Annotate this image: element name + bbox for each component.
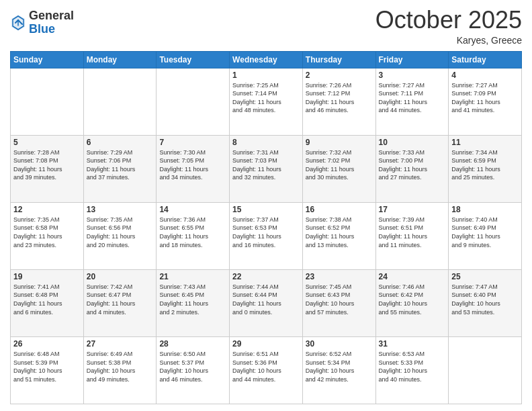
- day-number: 18: [451, 205, 519, 214]
- logo-text: General Blue: [29, 9, 74, 36]
- calendar-cell: 14Sunrise: 7:36 AM Sunset: 6:55 PM Dayli…: [157, 202, 230, 269]
- calendar-cell: 27Sunrise: 6:49 AM Sunset: 5:38 PM Dayli…: [83, 336, 157, 404]
- day-info: Sunrise: 7:27 AM Sunset: 7:11 PM Dayligh…: [379, 81, 446, 115]
- day-info: Sunrise: 7:27 AM Sunset: 7:09 PM Dayligh…: [451, 81, 519, 115]
- calendar-cell: [83, 68, 157, 135]
- calendar-cell: 20Sunrise: 7:42 AM Sunset: 6:47 PM Dayli…: [83, 269, 157, 336]
- day-number: 31: [379, 339, 446, 349]
- calendar-cell: 4Sunrise: 7:27 AM Sunset: 7:09 PM Daylig…: [449, 68, 522, 135]
- day-info: Sunrise: 6:51 AM Sunset: 5:36 PM Dayligh…: [232, 350, 300, 383]
- day-number: 29: [232, 339, 300, 349]
- day-number: 28: [159, 339, 226, 349]
- calendar-cell: 5Sunrise: 7:28 AM Sunset: 7:08 PM Daylig…: [11, 135, 84, 202]
- logo-icon: [10, 13, 26, 32]
- calendar-cell: 31Sunrise: 6:53 AM Sunset: 5:33 PM Dayli…: [375, 336, 449, 404]
- calendar-table: Sunday Monday Tuesday Wednesday Thursday…: [10, 51, 522, 404]
- day-number: 30: [306, 339, 373, 349]
- day-info: Sunrise: 7:32 AM Sunset: 7:02 PM Dayligh…: [306, 148, 373, 182]
- logo-blue: Blue: [29, 23, 74, 36]
- day-info: Sunrise: 7:38 AM Sunset: 6:52 PM Dayligh…: [306, 216, 373, 249]
- calendar-cell: 30Sunrise: 6:52 AM Sunset: 5:34 PM Dayli…: [302, 336, 375, 404]
- day-number: 2: [306, 71, 373, 80]
- calendar-cell: 9Sunrise: 7:32 AM Sunset: 7:02 PM Daylig…: [302, 135, 375, 202]
- day-info: Sunrise: 7:46 AM Sunset: 6:42 PM Dayligh…: [379, 283, 446, 316]
- day-number: 12: [13, 205, 81, 214]
- day-info: Sunrise: 7:44 AM Sunset: 6:44 PM Dayligh…: [232, 283, 300, 316]
- page: General Blue October 2025 Karyes, Greece…: [0, 0, 532, 411]
- calendar-week-4: 19Sunrise: 7:41 AM Sunset: 6:48 PM Dayli…: [11, 269, 522, 336]
- calendar-week-1: 1Sunrise: 7:25 AM Sunset: 7:14 PM Daylig…: [11, 68, 522, 135]
- col-saturday: Saturday: [449, 51, 522, 68]
- day-number: 15: [232, 205, 300, 214]
- logo: General Blue: [10, 9, 74, 36]
- day-info: Sunrise: 7:26 AM Sunset: 7:12 PM Dayligh…: [306, 81, 373, 115]
- calendar-cell: 22Sunrise: 7:44 AM Sunset: 6:44 PM Dayli…: [230, 269, 303, 336]
- day-info: Sunrise: 6:49 AM Sunset: 5:38 PM Dayligh…: [87, 350, 154, 383]
- calendar-cell: 25Sunrise: 7:47 AM Sunset: 6:40 PM Dayli…: [449, 269, 522, 336]
- calendar-week-2: 5Sunrise: 7:28 AM Sunset: 7:08 PM Daylig…: [11, 135, 522, 202]
- day-number: 3: [379, 71, 446, 80]
- day-number: 7: [159, 138, 226, 147]
- day-info: Sunrise: 7:47 AM Sunset: 6:40 PM Dayligh…: [451, 283, 519, 316]
- day-info: Sunrise: 7:35 AM Sunset: 6:58 PM Dayligh…: [13, 216, 81, 249]
- col-tuesday: Tuesday: [157, 51, 230, 68]
- day-info: Sunrise: 7:35 AM Sunset: 6:56 PM Dayligh…: [87, 216, 154, 249]
- day-info: Sunrise: 7:41 AM Sunset: 6:48 PM Dayligh…: [13, 283, 81, 316]
- calendar-cell: 24Sunrise: 7:46 AM Sunset: 6:42 PM Dayli…: [375, 269, 449, 336]
- day-info: Sunrise: 7:29 AM Sunset: 7:06 PM Dayligh…: [87, 148, 154, 182]
- day-number: 23: [306, 272, 373, 281]
- day-number: 4: [451, 71, 519, 80]
- logo-general: General: [29, 9, 74, 23]
- calendar-cell: 15Sunrise: 7:37 AM Sunset: 6:53 PM Dayli…: [230, 202, 303, 269]
- day-info: Sunrise: 7:34 AM Sunset: 6:59 PM Dayligh…: [451, 148, 519, 182]
- day-info: Sunrise: 7:30 AM Sunset: 7:05 PM Dayligh…: [159, 148, 226, 182]
- day-info: Sunrise: 7:43 AM Sunset: 6:45 PM Dayligh…: [159, 283, 226, 316]
- calendar-cell: 7Sunrise: 7:30 AM Sunset: 7:05 PM Daylig…: [157, 135, 230, 202]
- calendar-cell: 11Sunrise: 7:34 AM Sunset: 6:59 PM Dayli…: [449, 135, 522, 202]
- day-info: Sunrise: 7:40 AM Sunset: 6:49 PM Dayligh…: [451, 216, 519, 249]
- calendar-header-row: Sunday Monday Tuesday Wednesday Thursday…: [11, 51, 522, 68]
- day-info: Sunrise: 7:45 AM Sunset: 6:43 PM Dayligh…: [306, 283, 373, 316]
- calendar-cell: 10Sunrise: 7:33 AM Sunset: 7:00 PM Dayli…: [375, 135, 449, 202]
- calendar-cell: 3Sunrise: 7:27 AM Sunset: 7:11 PM Daylig…: [375, 68, 449, 135]
- calendar-cell: 16Sunrise: 7:38 AM Sunset: 6:52 PM Dayli…: [302, 202, 375, 269]
- day-number: 24: [379, 272, 446, 281]
- col-friday: Friday: [375, 51, 449, 68]
- calendar-cell: 2Sunrise: 7:26 AM Sunset: 7:12 PM Daylig…: [302, 68, 375, 135]
- day-info: Sunrise: 6:53 AM Sunset: 5:33 PM Dayligh…: [379, 350, 446, 383]
- month-title: October 2025: [375, 7, 522, 34]
- col-sunday: Sunday: [11, 51, 84, 68]
- day-number: 20: [87, 272, 154, 281]
- col-thursday: Thursday: [302, 51, 375, 68]
- calendar-cell: 1Sunrise: 7:25 AM Sunset: 7:14 PM Daylig…: [230, 68, 303, 135]
- calendar-cell: 23Sunrise: 7:45 AM Sunset: 6:43 PM Dayli…: [302, 269, 375, 336]
- day-info: Sunrise: 7:28 AM Sunset: 7:08 PM Dayligh…: [13, 148, 81, 182]
- calendar-cell: 28Sunrise: 6:50 AM Sunset: 5:37 PM Dayli…: [157, 336, 230, 404]
- day-number: 10: [379, 138, 446, 147]
- day-number: 13: [87, 205, 154, 214]
- day-info: Sunrise: 6:48 AM Sunset: 5:39 PM Dayligh…: [13, 350, 81, 383]
- calendar-cell: 21Sunrise: 7:43 AM Sunset: 6:45 PM Dayli…: [157, 269, 230, 336]
- day-info: Sunrise: 7:31 AM Sunset: 7:03 PM Dayligh…: [232, 148, 300, 182]
- day-number: 16: [306, 205, 373, 214]
- calendar-cell: 26Sunrise: 6:48 AM Sunset: 5:39 PM Dayli…: [11, 336, 84, 404]
- day-number: 19: [13, 272, 81, 281]
- calendar-cell: 13Sunrise: 7:35 AM Sunset: 6:56 PM Dayli…: [83, 202, 157, 269]
- col-monday: Monday: [83, 51, 157, 68]
- title-block: October 2025 Karyes, Greece: [375, 7, 522, 46]
- calendar-cell: 29Sunrise: 6:51 AM Sunset: 5:36 PM Dayli…: [230, 336, 303, 404]
- day-number: 14: [159, 205, 226, 214]
- day-number: 1: [232, 71, 300, 80]
- day-number: 8: [232, 138, 300, 147]
- day-info: Sunrise: 6:52 AM Sunset: 5:34 PM Dayligh…: [306, 350, 373, 383]
- day-number: 22: [232, 272, 300, 281]
- col-wednesday: Wednesday: [230, 51, 303, 68]
- header: General Blue October 2025 Karyes, Greece: [10, 7, 522, 46]
- day-number: 17: [379, 205, 446, 214]
- calendar-cell: 17Sunrise: 7:39 AM Sunset: 6:51 PM Dayli…: [375, 202, 449, 269]
- day-info: Sunrise: 7:33 AM Sunset: 7:00 PM Dayligh…: [379, 148, 446, 182]
- calendar-cell: [11, 68, 84, 135]
- day-number: 26: [13, 339, 81, 349]
- day-info: Sunrise: 7:36 AM Sunset: 6:55 PM Dayligh…: [159, 216, 226, 249]
- day-info: Sunrise: 6:50 AM Sunset: 5:37 PM Dayligh…: [159, 350, 226, 383]
